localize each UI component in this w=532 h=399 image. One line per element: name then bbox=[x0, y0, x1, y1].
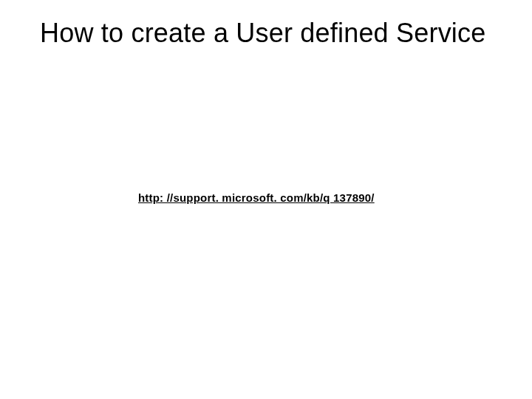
support-link[interactable]: http: //support. microsoft. com/kb/q 137… bbox=[138, 191, 375, 204]
page-title: How to create a User defined Service bbox=[40, 18, 486, 49]
